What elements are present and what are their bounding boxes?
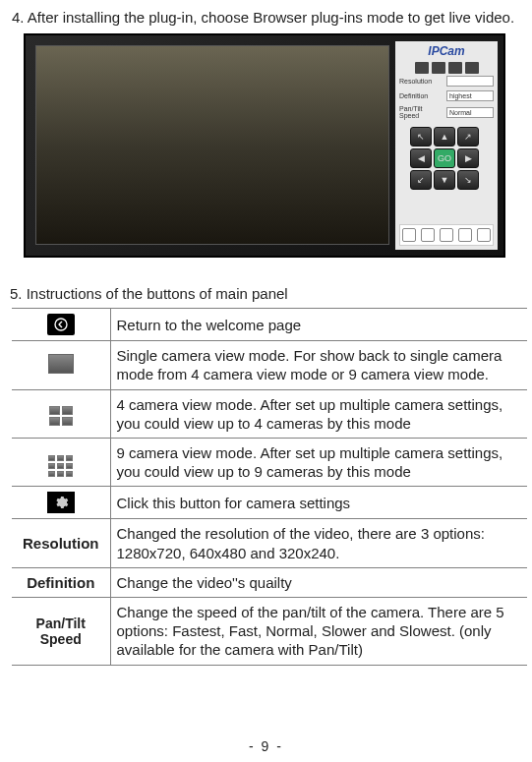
grid4-icon [448,62,462,74]
icon-cell-single [12,341,110,389]
return-icon [47,314,75,335]
icon-cell-grid9 [12,439,110,487]
step4-text: 4. After installing the plug-in, choose … [2,8,530,28]
dpad-right-icon: ▶ [457,148,479,168]
table-row: Definition Change the video''s quailty [12,567,527,597]
dpad-left-icon: ◀ [410,148,432,168]
ipcam-logo: IPCam [395,41,498,58]
definition-row: Definition highest [395,88,498,103]
table-row: Click this button for camera settings [12,487,527,519]
step5-text: 5. Instructions of the buttons of main p… [10,285,288,302]
table-row: Pan/Tilt Speed Change the speed of the p… [12,597,527,665]
dpad-down-left-icon: ↙ [410,170,432,190]
definition-select: highest [446,90,494,101]
icon-cell-back [12,309,110,341]
desc-grid4: 4 camera view mode. After set up multipl… [110,389,527,438]
grid9-icon [465,62,479,74]
toolbar-icon-3 [440,228,453,242]
settings-gear-icon [47,492,75,513]
desc-return: Return to the welcome page [110,309,527,341]
dpad-down-icon: ▼ [434,170,455,190]
dpad-up-right-icon: ↗ [457,127,479,147]
icon-cell-settings [12,487,110,519]
page-number: - 9 - [0,738,532,754]
label-cell-definition: Definition [12,567,110,597]
step4-text-content: 4. After installing the plug-in, choose … [12,9,514,26]
grid4-view-icon [49,406,73,426]
resolution-row: Resolution [395,74,498,88]
desc-definition: Change the video''s quailty [110,567,527,597]
dpad-up-left-icon: ↖ [410,127,432,147]
label-cell-pantilt: Pan/Tilt Speed [12,597,110,665]
table-row: 4 camera view mode. After set up multipl… [12,389,527,438]
resolution-select [446,76,494,87]
app-screenshot: IPCam Resolution Definition highest Pan/… [24,33,505,258]
desc-pantilt: Change the speed of the pan/tilt of the … [110,597,527,665]
toolbar-icon-4 [458,228,472,242]
dpad-center-icon: GO [434,148,455,168]
pantilt-row: Pan/Tilt Speed Normal [395,103,498,121]
bottom-toolbar [399,224,494,246]
toolbar-icon-2 [421,228,435,242]
side-panel: IPCam Resolution Definition highest Pan/… [395,41,498,250]
svg-point-0 [55,319,67,330]
view-mode-icons [395,62,498,74]
desc-single: Single camera view mode. For show back t… [110,341,527,389]
button-instructions-table: Return to the welcome page Single camera… [12,308,527,665]
dpad-down-right-icon: ↘ [457,170,479,190]
desc-grid9: 9 camera view mode. After set up multipl… [110,439,527,487]
step5-heading: 5. Instructions of the buttons of main p… [2,285,530,302]
pantilt-select: Normal [446,107,494,118]
single-view-icon [48,354,74,374]
table-row: 9 camera view mode. After set up multipl… [12,439,527,487]
grid9-view-icon [48,455,73,477]
resolution-label: Resolution [399,78,432,85]
pantilt-label: Pan/Tilt Speed [399,105,439,119]
back-icon [415,62,429,74]
definition-label: Definition [399,92,428,99]
toolbar-icon-1 [402,228,416,242]
icon-cell-grid4 [12,389,110,438]
label-cell-resolution: Resolution [12,519,110,567]
single-view-icon [432,62,445,74]
table-row: Return to the welcome page [12,309,527,341]
table-row: Single camera view mode. For show back t… [12,341,527,389]
desc-settings: Click this button for camera settings [110,487,527,519]
desc-resolution: Changed the resolution of the video, the… [110,519,527,567]
ptz-dpad: ↖ ▲ ↗ ◀ GO ▶ ↙ ▼ ↘ [410,127,483,190]
table-row: Resolution Changed the resolution of the… [12,519,527,567]
dpad-up-icon: ▲ [434,127,455,147]
live-video-area [35,45,389,245]
toolbar-icon-5 [477,228,491,242]
